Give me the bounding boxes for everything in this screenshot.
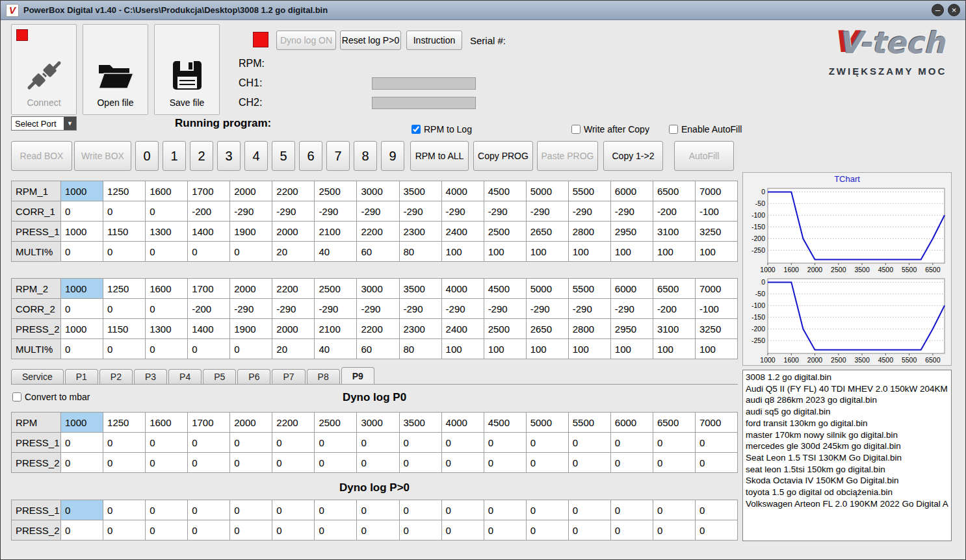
grid-cell[interactable]: 0 [315, 500, 357, 520]
grid-cell[interactable]: 0 [146, 299, 188, 319]
grid-cell[interactable]: 2950 [610, 222, 653, 242]
grid-cell[interactable]: 6000 [610, 413, 653, 433]
grid-cell[interactable]: 0 [188, 500, 230, 520]
grid-cell[interactable]: 7000 [695, 181, 737, 201]
tab-service[interactable]: Service [11, 369, 64, 384]
grid-cell[interactable]: 100 [695, 339, 737, 359]
grid-cell[interactable]: -290 [315, 299, 357, 319]
grid-cell[interactable]: 100 [653, 242, 695, 262]
grid-cell[interactable]: 2800 [568, 319, 610, 339]
grid-cell[interactable]: -200 [653, 299, 695, 319]
grid-cell[interactable]: 0 [61, 433, 103, 453]
grid-cell[interactable]: 5000 [526, 413, 568, 433]
grid-cell[interactable]: 6000 [610, 181, 653, 201]
file-list-item[interactable]: seat leon 1.5tsi 150km go digital.bin [746, 464, 948, 476]
grid-cell[interactable]: 2200 [272, 413, 315, 433]
grid-cell[interactable]: 1700 [188, 279, 230, 299]
grid-cell[interactable]: 0 [61, 500, 103, 520]
grid-cell[interactable]: 0 [103, 433, 146, 453]
digit-button-8[interactable]: 8 [354, 141, 377, 171]
grid-cell[interactable]: 20 [272, 339, 315, 359]
tab-p2[interactable]: P2 [99, 369, 133, 384]
grid-cell[interactable]: 0 [188, 242, 230, 262]
grid-cell[interactable]: 0 [526, 433, 568, 453]
grid-cell[interactable]: 1700 [188, 413, 230, 433]
grid-cell[interactable]: -290 [610, 201, 653, 222]
digit-button-5[interactable]: 5 [272, 141, 295, 171]
grid-cell[interactable]: 0 [315, 433, 357, 453]
grid-cell[interactable]: 1150 [103, 319, 146, 339]
grid-cell[interactable]: 100 [526, 339, 568, 359]
grid-cell[interactable]: 0 [484, 433, 526, 453]
grid-cell[interactable]: 0 [441, 433, 484, 453]
paste-prog-button[interactable]: Paste PROG [537, 141, 598, 171]
grid-cell[interactable]: -100 [695, 299, 737, 319]
grid-cell[interactable]: 0 [230, 453, 272, 473]
grid-cell[interactable]: 4000 [441, 279, 484, 299]
grid-cell[interactable]: 0 [695, 433, 737, 453]
grid-cell[interactable]: 0 [272, 520, 315, 541]
grid-cell[interactable]: 0 [146, 242, 188, 262]
file-list-item[interactable]: audi q8 286km 2023 go digital.bin [746, 394, 948, 406]
grid-cell[interactable]: 0 [272, 500, 315, 520]
grid-cell[interactable]: -290 [441, 201, 484, 222]
grid-cell[interactable]: 2200 [357, 319, 399, 339]
grid-cell[interactable]: 0 [272, 433, 315, 453]
grid-cell[interactable]: 2400 [441, 222, 484, 242]
file-list-item[interactable]: audi sq5 go digital.bin [746, 406, 948, 418]
file-list-item[interactable]: Audi Q5 II (FY FL) 40 TDI MHEV 2.0 150kW… [746, 383, 948, 395]
grid-cell[interactable]: 80 [399, 242, 441, 262]
grid-cell[interactable]: 0 [484, 500, 526, 520]
grid-cell[interactable]: -290 [568, 201, 610, 222]
grid-cell[interactable]: 0 [103, 520, 146, 541]
grid-cell[interactable]: 0 [230, 500, 272, 520]
grid-cell[interactable]: -290 [610, 299, 653, 319]
tab-p1[interactable]: P1 [65, 369, 98, 384]
grid-cell[interactable]: 1400 [188, 319, 230, 339]
rpm-to-log-checkbox[interactable]: RPM to Log [411, 124, 472, 134]
file-list-item[interactable]: Skoda Octavia IV 150KM Go Digital.bin [746, 475, 948, 487]
grid-cell[interactable]: 100 [526, 242, 568, 262]
grid-cell[interactable]: 100 [695, 242, 737, 262]
grid-cell[interactable]: 0 [146, 453, 188, 473]
grid-cell[interactable]: 1000 [61, 222, 103, 242]
dyno-log-on-button[interactable]: Dyno log ON [276, 31, 336, 50]
tab-p6[interactable]: P6 [237, 369, 270, 384]
grid-cell[interactable]: -290 [568, 299, 610, 319]
grid-cell[interactable]: 0 [103, 242, 146, 262]
grid-cell[interactable]: 6500 [653, 181, 695, 201]
grid-cell[interactable]: 1000 [61, 413, 103, 433]
grid-cell[interactable]: 0 [61, 242, 103, 262]
grid-cell[interactable]: 1250 [103, 413, 146, 433]
grid-cell[interactable]: 0 [61, 339, 103, 359]
grid-cell[interactable]: 0 [484, 520, 526, 541]
grid-cell[interactable]: 2500 [315, 181, 357, 201]
grid-cell[interactable]: 0 [357, 520, 399, 541]
grid-cell[interactable]: 0 [61, 299, 103, 319]
write-after-copy-input[interactable] [571, 125, 581, 134]
grid-cell[interactable]: 0 [695, 520, 737, 541]
grid-cell[interactable]: 0 [526, 453, 568, 473]
grid-cell[interactable]: -290 [272, 299, 315, 319]
grid-cell[interactable]: 0 [103, 201, 146, 222]
grid-cell[interactable]: 2200 [272, 181, 315, 201]
grid-cell[interactable]: 4000 [441, 413, 484, 433]
grid-cell[interactable]: 0 [610, 453, 653, 473]
grid-cell[interactable]: 0 [315, 520, 357, 541]
grid-cell[interactable]: 100 [653, 339, 695, 359]
grid-cell[interactable]: 0 [357, 500, 399, 520]
tab-p4[interactable]: P4 [168, 369, 202, 384]
tab-p7[interactable]: P7 [272, 369, 305, 384]
grid-cell[interactable]: -290 [526, 299, 568, 319]
grid-cell[interactable]: 100 [568, 339, 610, 359]
file-list-item[interactable]: toyota 1.5 go digital od obciążenia.bin [746, 487, 948, 498]
grid-cell[interactable]: 0 [146, 339, 188, 359]
grid-cell[interactable]: 2500 [484, 222, 526, 242]
open-file-button[interactable]: Open file [83, 24, 148, 115]
grid-cell[interactable]: 0 [610, 500, 653, 520]
grid-cell[interactable]: 2300 [399, 222, 441, 242]
grid-cell[interactable]: 0 [146, 520, 188, 541]
grid-cell[interactable]: 0 [695, 453, 737, 473]
grid-cell[interactable]: 2000 [230, 181, 272, 201]
grid-cell[interactable]: 40 [315, 242, 357, 262]
